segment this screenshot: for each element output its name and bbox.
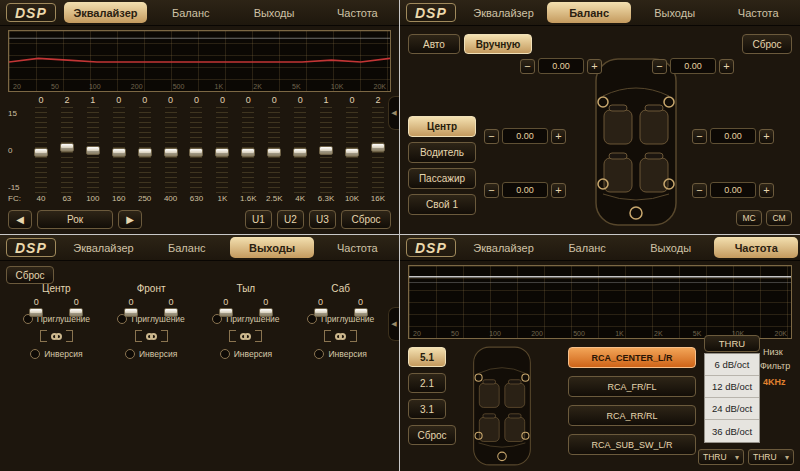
tab-balance[interactable]: Баланс xyxy=(145,235,228,260)
outputs-drawer-handle[interactable]: ◀ xyxy=(388,307,399,341)
minus-button[interactable]: − xyxy=(652,59,667,74)
slider-handle[interactable] xyxy=(60,143,74,152)
tab-equalizer[interactable]: Эквалайзер xyxy=(64,2,147,23)
eq-band-slider[interactable] xyxy=(84,107,102,194)
tab-outputs[interactable]: Выходы xyxy=(633,0,717,25)
tab-outputs[interactable]: Выходы xyxy=(232,0,315,25)
tab-equalizer[interactable]: Эквалайзер xyxy=(62,235,145,260)
balance-preset-center[interactable]: Центр xyxy=(408,116,476,137)
balance-preset-custom1[interactable]: Свой 1 xyxy=(408,194,476,215)
plus-button[interactable]: + xyxy=(587,59,602,74)
cm-toggle-button[interactable]: СМ xyxy=(766,210,792,226)
preset-prev-button[interactable]: ◀ xyxy=(8,210,32,229)
balance-preset-passenger[interactable]: Пассажир xyxy=(408,168,476,189)
plus-button[interactable]: + xyxy=(719,59,734,74)
plus-button[interactable]: + xyxy=(551,129,566,144)
invert-checkbox[interactable] xyxy=(125,349,135,359)
slider-handle[interactable] xyxy=(86,146,100,155)
memory-u3-button[interactable]: U3 xyxy=(309,210,336,229)
slope-option-36db[interactable]: 36 dB/oct xyxy=(705,420,759,442)
slider-handle[interactable] xyxy=(189,148,203,157)
slider-handle[interactable] xyxy=(354,308,368,317)
tab-frequency[interactable]: Частота xyxy=(316,0,399,25)
eq-band-slider[interactable] xyxy=(343,107,361,194)
memory-u2-button[interactable]: U2 xyxy=(277,210,304,229)
minus-button[interactable]: − xyxy=(520,59,535,74)
slider-handle[interactable] xyxy=(69,308,83,317)
eq-band-slider[interactable] xyxy=(265,107,283,194)
minus-button[interactable]: − xyxy=(484,129,499,144)
slider-handle[interactable] xyxy=(319,146,333,155)
tab-outputs[interactable]: Выходы xyxy=(230,237,313,258)
tab-frequency[interactable]: Частота xyxy=(316,235,399,260)
invert-checkbox-row[interactable]: Инверсия xyxy=(314,349,366,359)
slider-handle[interactable] xyxy=(293,148,307,157)
slider-handle[interactable] xyxy=(29,308,43,317)
balance-preset-driver[interactable]: Водитель xyxy=(408,142,476,163)
link-channels[interactable] xyxy=(135,329,168,343)
mode-5-1-button[interactable]: 5.1 xyxy=(408,347,446,367)
balance-auto-button[interactable]: Авто xyxy=(408,34,460,54)
slider-handle[interactable] xyxy=(345,148,359,157)
tab-balance[interactable]: Баланс xyxy=(149,0,232,25)
plus-button[interactable]: + xyxy=(551,183,566,198)
eq-band-slider[interactable] xyxy=(213,107,231,194)
balance-manual-button[interactable]: Вручную xyxy=(464,34,532,54)
eq-band-slider[interactable] xyxy=(110,107,128,194)
rca-front-button[interactable]: RCA_FR/FL xyxy=(568,376,696,397)
tab-balance[interactable]: Баланс xyxy=(547,2,631,23)
tab-outputs[interactable]: Выходы xyxy=(629,235,713,260)
tab-frequency[interactable]: Частота xyxy=(716,0,800,25)
link-channels[interactable] xyxy=(40,329,73,343)
tab-equalizer[interactable]: Эквалайзер xyxy=(462,0,546,25)
slider-handle[interactable] xyxy=(112,148,126,157)
slider-handle[interactable] xyxy=(34,148,48,157)
eq-band-slider[interactable] xyxy=(162,107,180,194)
slope-option-12db[interactable]: 12 dB/oct xyxy=(705,376,759,398)
mc-toggle-button[interactable]: МС xyxy=(736,210,762,226)
mode-3-1-button[interactable]: 3.1 xyxy=(408,399,446,419)
slope-option-6db[interactable]: 6 dB/oct xyxy=(705,354,759,376)
eq-band-slider[interactable] xyxy=(58,107,76,194)
eq-reset-button[interactable]: Сброс xyxy=(341,210,391,229)
slider-handle[interactable] xyxy=(241,148,255,157)
slider-handle[interactable] xyxy=(215,148,229,157)
filter-select-left[interactable]: THRU ▾ xyxy=(698,449,744,465)
tab-balance[interactable]: Баланс xyxy=(545,235,629,260)
eq-band-slider[interactable] xyxy=(291,107,309,194)
slider-handle[interactable] xyxy=(124,308,138,317)
eq-band-slider[interactable] xyxy=(187,107,205,194)
slider-handle[interactable] xyxy=(314,308,328,317)
link-channels[interactable] xyxy=(324,329,357,343)
freq-reset-button[interactable]: Сброс xyxy=(408,425,456,445)
tab-equalizer[interactable]: Эквалайзер xyxy=(462,235,546,260)
invert-checkbox-row[interactable]: Инверсия xyxy=(125,349,177,359)
preset-display[interactable]: Рок xyxy=(37,210,113,229)
filter-select-right[interactable]: THRU ▾ xyxy=(748,449,794,465)
eq-drawer-handle[interactable]: ◀ xyxy=(388,96,399,130)
invert-checkbox-row[interactable]: Инверсия xyxy=(30,349,82,359)
eq-band-slider[interactable] xyxy=(136,107,154,194)
invert-checkbox[interactable] xyxy=(220,349,230,359)
slider-handle[interactable] xyxy=(371,143,385,152)
eq-band-slider[interactable] xyxy=(317,107,335,194)
minus-button[interactable]: − xyxy=(692,183,707,198)
rca-rear-button[interactable]: RCA_RR/RL xyxy=(568,405,696,426)
slider-handle[interactable] xyxy=(219,308,233,317)
slope-option-24db[interactable]: 24 dB/oct xyxy=(705,398,759,420)
link-channels[interactable] xyxy=(229,329,262,343)
eq-band-slider[interactable] xyxy=(32,107,50,194)
rca-center-button[interactable]: RCA_CENTER_L/R xyxy=(568,347,696,368)
eq-band-slider[interactable] xyxy=(239,107,257,194)
invert-checkbox[interactable] xyxy=(314,349,324,359)
slider-handle[interactable] xyxy=(164,148,178,157)
slope-dropdown-selected[interactable]: THRU xyxy=(704,335,760,352)
eq-band-slider[interactable] xyxy=(369,107,387,194)
minus-button[interactable]: − xyxy=(484,183,499,198)
plus-button[interactable]: + xyxy=(759,129,774,144)
plus-button[interactable]: + xyxy=(759,183,774,198)
memory-u1-button[interactable]: U1 xyxy=(245,210,272,229)
invert-checkbox-row[interactable]: Инверсия xyxy=(220,349,272,359)
tab-frequency[interactable]: Частота xyxy=(714,237,798,258)
invert-checkbox[interactable] xyxy=(30,349,40,359)
